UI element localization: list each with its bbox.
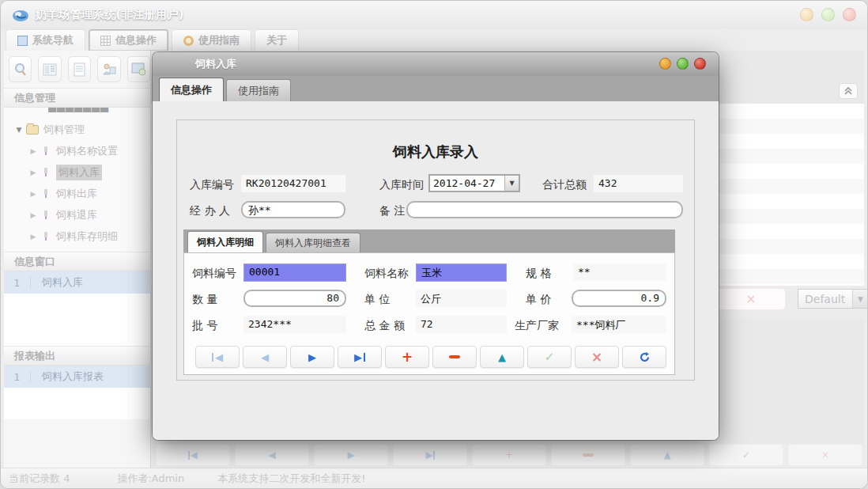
handler-input[interactable]: 孙** (241, 201, 345, 218)
report-list-button[interactable] (38, 56, 61, 82)
bg-insert-button[interactable]: + (472, 444, 546, 466)
close-button[interactable] (843, 8, 856, 21)
prior-record-button[interactable]: ◀ (243, 346, 287, 368)
chevron-down-icon: ▼ (509, 180, 514, 187)
bg-last-button[interactable]: ▶ (393, 444, 467, 466)
chevron-right-icon[interactable]: ▶ (29, 233, 37, 241)
spec-field: ** (573, 263, 666, 281)
bg-cancel-button[interactable]: × (788, 444, 862, 466)
tool-icon (40, 210, 51, 220)
tree-item-feed-return[interactable]: ▶ 饲料退库 (4, 204, 150, 226)
tree-item-feed-stock-detail[interactable]: ▶ 饲料库存明细 (4, 226, 150, 247)
window-globe-icon (131, 63, 146, 76)
post-record-button[interactable]: ✓ (527, 346, 572, 368)
bg-next-button[interactable]: ▶ (314, 444, 388, 466)
tree-item-feed-outbound[interactable]: ▶ 饲料出库 (4, 183, 150, 204)
skin-select-combobox[interactable]: Default ▼ (798, 289, 868, 309)
first-record-button[interactable]: ◀ (195, 346, 240, 368)
tab-label: 关于 (266, 33, 287, 47)
info-window-row[interactable]: 1 饲料入库 (4, 271, 150, 294)
tree-item-feed-inbound[interactable]: ▶ 饲料入库 (4, 161, 150, 183)
chevron-right-icon[interactable]: ▶ (29, 169, 37, 176)
background-close-button[interactable]: × (716, 288, 786, 310)
next-record-button[interactable]: ▶ (290, 346, 334, 368)
tree-item-clipped: ▆▆▆▆▆▆▆ (48, 108, 135, 112)
remark-label: 备 注 (379, 204, 405, 218)
section-label: 信息管理 (14, 91, 55, 105)
entry-time-combobox[interactable]: 2012-04-27 ▼ (428, 174, 520, 192)
cancel-record-button[interactable]: × (575, 346, 619, 368)
chevron-right-icon[interactable]: ▶ (29, 211, 37, 219)
tab-user-guide[interactable]: 使用指南 (172, 29, 251, 51)
unit-field: 公斤 (416, 290, 507, 307)
maximize-button[interactable] (821, 8, 835, 21)
chevron-down-icon: ▼ (858, 295, 863, 303)
spec-label: 规 格 (526, 267, 551, 281)
feed-no-field[interactable]: 00001 (243, 263, 346, 282)
search-icon (13, 63, 28, 77)
unit-price-label: 单 价 (526, 293, 551, 307)
tool-icon (40, 167, 51, 177)
entry-form-groupbox: 饲料入库录入 入库编号 RK20120427001 入库时间 2012-04-2… (176, 119, 695, 381)
row-label: 饲料入库报表 (31, 370, 104, 384)
combobox-arrow-button[interactable]: ▼ (504, 176, 519, 191)
operator-button[interactable] (97, 56, 120, 82)
collapse-panel-button[interactable] (839, 83, 858, 99)
window-globe-button[interactable] (127, 56, 150, 82)
batch-no-label: 批 号 (192, 319, 217, 333)
remark-input[interactable] (406, 201, 683, 218)
tree-item-label: 饲料出库 (56, 187, 97, 201)
bg-first-button[interactable]: ◀ (156, 444, 230, 466)
chevron-right-icon[interactable]: ▶ (29, 190, 37, 198)
tab-label: 使用指南 (198, 33, 240, 47)
tree-folder-feed-management[interactable]: ▼ 饲料管理 (4, 119, 150, 140)
tab-about[interactable]: 关于 (255, 29, 299, 51)
background-navigator-bar: ◀ ◀ ▶ ▶ + ▲ ✓ × (156, 444, 862, 466)
combobox-arrow-button[interactable]: ▼ (852, 290, 868, 308)
bg-prior-button[interactable]: ◀ (235, 444, 309, 466)
insert-record-button[interactable]: + (385, 346, 429, 368)
detail-tab-entry[interactable]: 饲料入库明细 (187, 231, 263, 252)
document-button[interactable] (68, 56, 91, 82)
tree-item-feed-stock-alert[interactable]: 饲料库存提醒 (4, 247, 150, 252)
app-logo-icon (12, 9, 29, 22)
last-record-button[interactable]: ▶ (338, 346, 382, 368)
info-window-empty-area (4, 294, 150, 346)
main-titlebar: 奶羊场管理系统(非注册用户) (1, 1, 867, 29)
minimize-button[interactable] (800, 8, 813, 21)
dialog-title: 饲料入库 (195, 57, 236, 71)
feed-name-field[interactable]: 玉米 (416, 263, 507, 282)
tree-item-feed-name-setting[interactable]: ▶ 饲料名称设置 (4, 140, 150, 161)
detail-tab-view[interactable]: 饲料入库明细查看 (266, 233, 360, 252)
tool-icon (40, 146, 51, 156)
check-icon: ✓ (545, 350, 555, 364)
tree-item-label: 饲料退库 (56, 208, 97, 222)
dialog-minimize-button[interactable] (659, 58, 671, 70)
last-icon: ▶ (354, 351, 362, 363)
report-output-row[interactable]: 1 饲料入库报表 (4, 366, 150, 388)
refresh-record-button[interactable] (622, 346, 666, 368)
search-button[interactable] (9, 56, 32, 82)
tab-system-navigation[interactable]: 系统导航 (6, 29, 85, 51)
dialog-maximize-button[interactable] (677, 58, 689, 70)
chevron-down-icon[interactable]: ▼ (15, 126, 23, 134)
bg-post-button[interactable]: ✓ (709, 444, 783, 466)
tab-info-operation[interactable]: 信息操作 (89, 29, 168, 51)
dialog-tab-info-operation[interactable]: 信息操作 (159, 78, 224, 101)
bg-edit-button[interactable]: ▲ (630, 444, 704, 466)
handler-label: 经 办 人 (190, 204, 230, 218)
dialog-close-button[interactable] (694, 58, 706, 70)
chevron-right-icon[interactable]: ▶ (29, 147, 37, 155)
bg-delete-button[interactable] (551, 444, 625, 466)
tab-label: 饲料入库明细查看 (275, 237, 351, 250)
unit-price-input[interactable]: 0.9 (572, 290, 666, 307)
delete-record-button[interactable] (432, 346, 477, 368)
folder-icon (26, 125, 39, 135)
dialog-tab-user-guide[interactable]: 使用指南 (226, 79, 291, 101)
double-chevron-up-icon (843, 86, 853, 96)
feed-inbound-dialog: 饲料入库 信息操作 使用指南 饲料入库录入 入库编号 RK20120427001… (153, 52, 719, 440)
quantity-input[interactable]: 80 (243, 290, 346, 307)
edit-record-button[interactable]: ▲ (480, 346, 524, 368)
section-label: 报表输出 (14, 349, 55, 363)
combobox-value: 2012-04-27 (430, 176, 504, 191)
